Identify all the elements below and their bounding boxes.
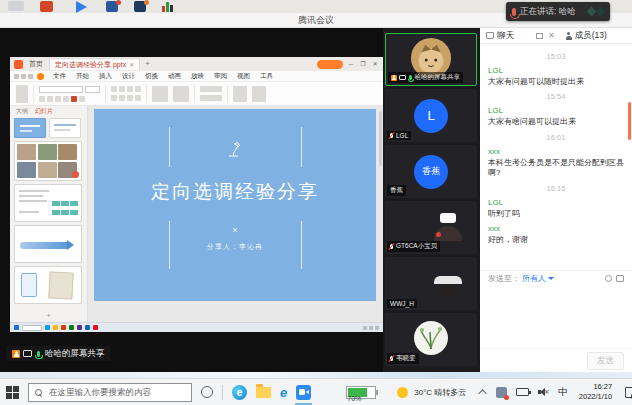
ribbon-spacing-button[interactable] <box>135 95 141 101</box>
tab-close-icon[interactable] <box>129 62 134 68</box>
participant-tile[interactable]: 哈哈的屏幕共享 <box>385 33 477 86</box>
cortana-icon[interactable] <box>201 386 213 398</box>
ribbon-notes-button[interactable] <box>252 86 266 102</box>
ribbon-justify-button[interactable] <box>135 86 141 92</box>
wps-menu-view[interactable]: 视图 <box>232 72 255 81</box>
ribbon-italic-button[interactable] <box>47 96 53 102</box>
wps-member-pill-button[interactable] <box>317 60 343 69</box>
start-button[interactable] <box>6 386 19 399</box>
ribbon-newslide-button[interactable] <box>200 86 222 92</box>
word-icon[interactable] <box>106 1 118 12</box>
battery-icon[interactable] <box>516 388 529 396</box>
speaker-muted-icon[interactable] <box>538 388 549 397</box>
ribbon-indent-button[interactable] <box>127 95 133 101</box>
ribbon-numbering-button[interactable] <box>119 95 125 101</box>
slide-thumbnail[interactable] <box>14 118 46 138</box>
tray-app-icon[interactable] <box>496 387 507 398</box>
edge-icon[interactable] <box>232 385 247 400</box>
powerpoint-icon[interactable] <box>40 1 53 12</box>
wps-menu-insert[interactable]: 插入 <box>94 72 117 81</box>
panel-tab-outline[interactable]: 大纲 <box>16 107 28 116</box>
notification-center-icon[interactable]: 1 <box>625 387 632 398</box>
participant-tile[interactable]: L LGL <box>385 89 477 142</box>
wps-menu-transition[interactable]: 切换 <box>140 72 163 81</box>
send-button[interactable]: 发送 <box>587 352 624 370</box>
media-player-icon[interactable] <box>76 1 87 13</box>
internet-explorer-icon[interactable] <box>280 386 287 399</box>
chart-app-icon[interactable] <box>162 1 173 12</box>
slide-thumbnail[interactable] <box>49 118 81 138</box>
wps-menu-slideshow[interactable]: 放映 <box>186 72 209 81</box>
participant-tile[interactable]: 韦晓雯 <box>385 313 477 366</box>
presenter-app-icon[interactable] <box>85 325 90 330</box>
ribbon-align-center-button[interactable] <box>119 86 125 92</box>
tray-expand-icon[interactable] <box>479 389 487 397</box>
ribbon-bullets-button[interactable] <box>111 95 117 101</box>
ribbon-highlight-button[interactable] <box>79 96 85 102</box>
wps-maximize-button[interactable] <box>359 60 367 68</box>
popout-icon[interactable] <box>536 33 543 39</box>
wps-record-indicator-icon[interactable] <box>37 73 44 80</box>
ribbon-align-left-button[interactable] <box>111 86 117 92</box>
wps-menu-tools[interactable]: 工具 <box>255 72 278 81</box>
wps-menu-file[interactable]: 文件 <box>48 72 71 81</box>
wps-minimize-button[interactable] <box>347 60 355 68</box>
presenter-app-icon[interactable] <box>45 325 50 330</box>
send-to-select[interactable]: 所有人 <box>522 273 546 284</box>
taskbar-search[interactable] <box>28 383 192 402</box>
slide-thumbnail[interactable] <box>14 266 82 304</box>
emoji-icon[interactable] <box>605 275 612 282</box>
new-tab-icon[interactable] <box>145 60 150 68</box>
ribbon-shapes-button[interactable] <box>152 86 168 102</box>
taskbar-clock[interactable]: 16:27 2022/1/10 <box>579 382 612 402</box>
chat-message-list[interactable]: 15:03 LGL 大家有问题可以随时提出来 15:54 LGL 大家有啥问题可… <box>480 44 632 270</box>
participant-tile[interactable]: 香蕉 香蕉 <box>385 145 477 198</box>
wps-quick-undo-icon[interactable] <box>21 74 26 79</box>
search-input[interactable] <box>47 386 185 398</box>
ribbon-bold-button[interactable] <box>39 96 45 102</box>
app-icon[interactable] <box>134 1 146 12</box>
add-slide-icon[interactable]: + <box>46 311 51 320</box>
ribbon-fontsize-select[interactable] <box>85 86 100 93</box>
presenter-search-box[interactable] <box>22 325 42 331</box>
presenter-app-icon[interactable] <box>93 325 98 330</box>
presenter-app-icon[interactable] <box>61 325 66 330</box>
ribbon-fontcolor-button[interactable] <box>71 96 77 102</box>
weather-text[interactable]: 30°C 晴转多云 <box>414 387 466 398</box>
ribbon-layout-button[interactable] <box>200 95 222 101</box>
wps-quick-redo-icon[interactable] <box>28 74 33 79</box>
ime-indicator[interactable]: 中 <box>558 386 568 399</box>
ribbon-picture-button[interactable] <box>173 86 189 102</box>
chat-input-area[interactable] <box>480 286 632 348</box>
slide-thumbnail[interactable] <box>14 184 82 222</box>
presenter-app-icon[interactable] <box>69 325 74 330</box>
ribbon-font-select[interactable] <box>39 86 83 93</box>
ribbon-find-button[interactable] <box>233 86 247 102</box>
ribbon-align-right-button[interactable] <box>127 86 133 92</box>
wps-menu-review[interactable]: 审阅 <box>209 72 232 81</box>
wps-menu-design[interactable]: 设计 <box>117 72 140 81</box>
recycle-bin-icon[interactable] <box>8 1 24 11</box>
image-icon[interactable] <box>616 275 624 282</box>
wps-menu-home[interactable]: 开始 <box>71 72 94 81</box>
close-icon[interactable] <box>548 32 555 40</box>
ribbon-underline-button[interactable] <box>55 96 61 102</box>
wps-quick-save-icon[interactable] <box>14 74 19 79</box>
speaking-banner[interactable]: 正在讲话: 哈哈 <box>506 2 610 21</box>
ribbon-paste-button[interactable] <box>16 85 28 103</box>
canvas-scrollbar[interactable] <box>379 111 382 166</box>
slide-thumbnail[interactable] <box>14 225 82 263</box>
wps-close-button[interactable] <box>371 60 379 68</box>
presenter-app-icon[interactable] <box>77 325 82 330</box>
slide-thumbnail[interactable] <box>14 141 82 181</box>
chat-scrollbar[interactable] <box>628 102 631 140</box>
ribbon-strike-button[interactable] <box>63 96 69 102</box>
file-explorer-icon[interactable] <box>256 387 271 398</box>
tencent-meeting-taskbar-icon[interactable] <box>296 385 311 400</box>
panel-tab-slides[interactable]: 幻灯片 <box>35 107 53 116</box>
participant-tile[interactable]: WWJ_H <box>385 257 477 310</box>
current-slide[interactable]: 定向选调经验分享 × 分享人：李沁冉 <box>94 109 376 301</box>
wps-home-tab[interactable]: 首页 <box>26 59 46 69</box>
wps-document-tab[interactable]: 定向选调经验分享.pptx <box>49 58 140 70</box>
weather-sun-icon[interactable] <box>397 387 408 398</box>
